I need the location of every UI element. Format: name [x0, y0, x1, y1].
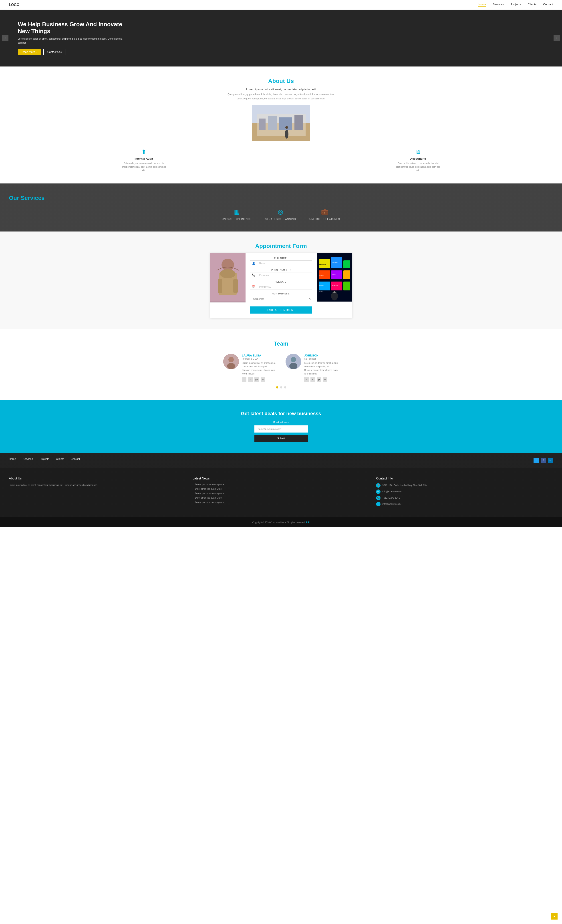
service-unlimited-features: 💼 UNLIMITED FEATURES [309, 208, 340, 220]
svg-point-8 [285, 130, 288, 138]
news-arrow-icon-4: › [193, 497, 193, 499]
nav-services[interactable]: Services [493, 3, 504, 7]
johnson-avatar [286, 354, 301, 369]
newsletter-submit-button[interactable]: Submit [255, 435, 308, 442]
about-cards: ⬆ Internal Audit Duis mollis, est non co… [9, 148, 553, 172]
laura-google[interactable]: g+ [255, 377, 259, 382]
laura-linkedin[interactable]: in [261, 377, 265, 382]
newsletter-email-input[interactable] [255, 425, 308, 432]
footer-bottom: Copyright © 2016 Company Name All rights… [0, 517, 562, 527]
laura-avatar-img [223, 354, 239, 369]
footer-nav-contact[interactable]: Contact [71, 458, 80, 460]
hero-contact-button[interactable]: Contact Us › [43, 49, 66, 56]
full-name-label: FULL NAME : [250, 257, 312, 260]
svg-text:PRODUCT: PRODUCT [319, 264, 326, 265]
johnson-facebook[interactable]: f [304, 377, 309, 382]
calendar-icon: 📅 [250, 285, 257, 288]
full-name-input[interactable] [257, 261, 312, 266]
footer-contact-title: Contact Info [376, 477, 553, 480]
news-text-2: Dolor amet sed quam vitae [195, 488, 222, 490]
business-select[interactable]: Corporate Startup Freelance [250, 296, 312, 302]
footer-phone-item: 📞 +0123 2279 3241 [376, 496, 553, 500]
service-strategic-planning: ◎ STRATEGIC PLANNING [265, 208, 296, 220]
svg-text:STRATEGY: STRATEGY [332, 261, 338, 263]
footer-nav-services[interactable]: Services [23, 458, 33, 460]
unique-experience-icon: ▦ [222, 208, 252, 216]
footer-news-item-2: › Dolor amet sed quam vitae [193, 488, 370, 490]
footer-nav-projects[interactable]: Projects [40, 458, 49, 460]
nav-projects[interactable]: Projects [510, 3, 521, 7]
team-dot-2[interactable] [280, 386, 282, 388]
footer-about-title: About Us [9, 477, 186, 480]
svg-point-35 [333, 291, 336, 293]
footer-facebook-icon[interactable]: f [541, 458, 546, 463]
newsletter-section: Get latest deals for new businesss Email… [0, 400, 562, 453]
nav-links: Home Services Projects Clients Contact [478, 3, 553, 7]
about-section: About Us Lorem ipsum dolor sit amet, con… [0, 66, 562, 183]
date-input[interactable] [257, 284, 312, 290]
person-illustration [210, 253, 246, 302]
biz-illustration: PRODUCT SERVICE STRATEGY TARGET MARKETIN… [317, 253, 352, 302]
nav-clients[interactable]: Clients [528, 3, 537, 7]
newsletter-form: Email address Submit [9, 421, 553, 442]
footer-news-item-1: › Lorem ipsum neque vulputate [193, 483, 370, 486]
hero-buttons: Read More › Contact Us › [18, 49, 129, 56]
accounting-text: Duis mollis, est non commodo luctus, nis… [396, 162, 441, 172]
about-card-accounting: 🖥 Accounting Duis mollis, est non commod… [396, 148, 441, 172]
appointment-section: Appointment Form FULL NAME : 👤 [0, 231, 562, 329]
footer-link[interactable]: R R [306, 521, 310, 524]
team-cards: LAURA ELISA Founder & CEO Lorem ipsum do… [9, 354, 553, 382]
footer-website-text: info@website.com [382, 503, 400, 505]
footer-news-item-4: › Dolor amet sed quam vitae [193, 496, 370, 499]
audit-title: Internal Audit [121, 157, 166, 160]
accounting-title: Accounting [396, 157, 441, 160]
johnson-linkedin[interactable]: in [323, 377, 327, 382]
footer-nav-clients[interactable]: Clients [56, 458, 64, 460]
footer-twitter-icon[interactable]: t [534, 458, 539, 463]
phone-icon: 📞 [250, 273, 257, 277]
footer-about-text: Lorem ipsum dolor sit amet, consectetur … [9, 483, 186, 487]
news-text-4: Dolor amet sed quam vitae [195, 496, 222, 499]
footer-website-item: 🌐 info@website.com [376, 502, 553, 506]
svg-point-38 [227, 363, 235, 369]
newsletter-email-label: Email address [9, 421, 553, 424]
laura-info: LAURA ELISA Founder & CEO Lorem ipsum do… [242, 354, 277, 382]
unique-experience-label: UNIQUE EXPERIENCE [222, 218, 252, 220]
footer-linkedin-icon[interactable]: in [548, 458, 553, 463]
phone-input[interactable] [257, 272, 312, 278]
business-group: PICK BUSINESS : Corporate Startup Freela… [250, 292, 312, 302]
hero-next-button[interactable]: › [553, 35, 560, 41]
johnson-google[interactable]: g+ [317, 377, 321, 382]
navigation: LOGO Home Services Projects Clients Cont… [0, 0, 562, 10]
laura-bio: Lorem ipsum dolor sit amet augue, consec… [242, 362, 277, 376]
laura-facebook[interactable]: f [242, 377, 246, 382]
hero-section: ‹ We Help Business Grow And Innovate New… [0, 10, 562, 66]
strategic-planning-label: STRATEGIC PLANNING [265, 218, 296, 220]
footer-about-col: About Us Lorem ipsum dolor sit amet, con… [9, 477, 186, 508]
svg-rect-15 [233, 279, 238, 292]
footer-news-title: Latest News [193, 477, 370, 480]
laura-name: LAURA ELISA [242, 354, 277, 357]
take-appointment-button[interactable]: TAKE APPOINTMENT [250, 306, 312, 314]
about-subtitle: Lorem ipsum dolor sit amet, consectetur … [9, 88, 553, 91]
laura-twitter[interactable]: t [248, 377, 253, 382]
hero-read-more-button[interactable]: Read More › [18, 49, 41, 56]
nav-contact[interactable]: Contact [543, 3, 553, 7]
person-icon: 👤 [250, 262, 257, 265]
svg-point-37 [228, 357, 234, 362]
news-arrow-icon-3: › [193, 492, 193, 495]
news-text-5: Lorem ipsum neque vulputate [195, 501, 225, 504]
team-dot-3[interactable] [284, 386, 286, 388]
team-member-laura: LAURA ELISA Founder & CEO Lorem ipsum do… [223, 354, 277, 382]
johnson-twitter[interactable]: t [310, 377, 315, 382]
audit-icon: ⬆ [121, 148, 166, 155]
nav-home[interactable]: Home [478, 3, 486, 7]
date-label: PICK DATE : [250, 280, 312, 283]
footer-nav-home[interactable]: Home [9, 458, 16, 460]
date-group: PICK DATE : 📅 [250, 280, 312, 290]
footer-address-text: 3241 USA, Collection building, New York … [382, 484, 427, 487]
team-dot-1[interactable] [276, 386, 278, 388]
hero-prev-button[interactable]: ‹ [2, 35, 9, 41]
about-title: About Us [9, 78, 553, 84]
svg-text:SERVICE: SERVICE [319, 275, 324, 276]
